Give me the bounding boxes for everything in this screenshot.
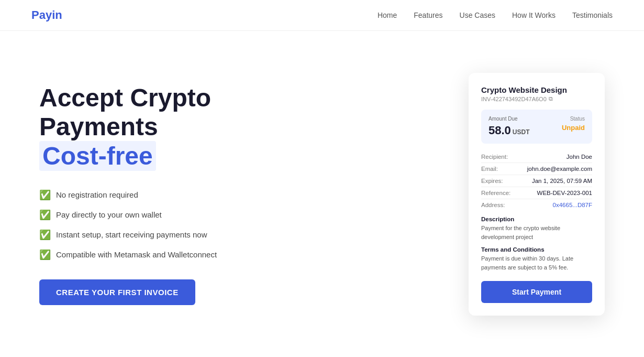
- amount-value: 58.0USDT: [488, 124, 530, 137]
- description-body: Payment for the crypto website developme…: [481, 224, 592, 241]
- heading-line2: Payments: [39, 113, 158, 140]
- hero-heading: Accept Crypto Payments Cost-free: [39, 83, 301, 170]
- amount-label: Amount Due: [488, 116, 530, 122]
- invoice-field-value: john.doe@example.com: [527, 166, 592, 172]
- logo-text-in: in: [52, 8, 62, 21]
- logo-text-pay: Pay: [31, 8, 52, 21]
- invoice-row: Address:0x4665...D87F: [481, 199, 592, 211]
- terms-title: Terms and Conditions: [481, 246, 592, 253]
- terms-section: Terms and Conditions Payment is due with…: [481, 246, 592, 272]
- invoice-field-value: WEB-DEV-2023-001: [537, 190, 592, 196]
- invoice-details: Recipient:John DoeEmail:john.doe@example…: [481, 151, 592, 211]
- feature-text: No registration required: [56, 190, 138, 199]
- amount-left: Amount Due 58.0USDT: [488, 116, 530, 137]
- nav-links: HomeFeaturesUse CasesHow It WorksTestimo…: [377, 11, 613, 19]
- invoice-field-value: Jan 1, 2025, 07:59 AM: [532, 178, 592, 184]
- logo: Payin: [31, 8, 62, 22]
- invoice-id-text: INV-422743492D47A6O0: [481, 96, 547, 102]
- nav-link-home[interactable]: Home: [377, 11, 397, 19]
- nav-link-use-cases[interactable]: Use Cases: [460, 11, 495, 19]
- invoice-field-value[interactable]: 0x4665...D87F: [553, 202, 592, 208]
- create-invoice-button[interactable]: CREATE YOUR FIRST INVOICE: [39, 279, 195, 305]
- invoice-card: Crypto Website Design INV-422743492D47A6…: [469, 73, 605, 316]
- hero-section: Accept Crypto Payments Cost-free ✅No reg…: [8, 31, 636, 347]
- invoice-id: INV-422743492D47A6O0 ⧉: [481, 95, 592, 102]
- hero-right: Crypto Website Design INV-422743492D47A6…: [469, 73, 605, 316]
- invoice-row: Reference:WEB-DEV-2023-001: [481, 187, 592, 199]
- invoice-field-key: Expires:: [481, 178, 503, 184]
- invoice-field-key: Reference:: [481, 190, 510, 196]
- copy-icon[interactable]: ⧉: [549, 95, 553, 102]
- invoice-field-key: Address:: [481, 202, 505, 208]
- amount-unit: USDT: [513, 128, 530, 136]
- check-icon: ✅: [39, 189, 51, 201]
- nav-link-how-it-works[interactable]: How It Works: [512, 11, 556, 19]
- feature-text: Pay directly to your own wallet: [56, 210, 162, 219]
- invoice-field-value: John Doe: [567, 154, 592, 160]
- heading-highlight: Cost-free: [39, 141, 156, 171]
- terms-body: Payment is due within 30 days. Late paym…: [481, 254, 592, 272]
- check-icon: ✅: [39, 249, 51, 261]
- invoice-row: Expires:Jan 1, 2025, 07:59 AM: [481, 175, 592, 187]
- navbar: Payin HomeFeaturesUse CasesHow It WorksT…: [0, 0, 644, 31]
- feature-item: ✅Pay directly to your own wallet: [39, 209, 301, 221]
- feature-text: Instant setup, start receiving payments …: [56, 230, 207, 239]
- description-section: Description Payment for the crypto websi…: [481, 216, 592, 241]
- amount-box: Amount Due 58.0USDT Status Unpaid: [481, 110, 592, 144]
- start-payment-button[interactable]: Start Payment: [481, 281, 592, 303]
- feature-item: ✅No registration required: [39, 189, 301, 201]
- invoice-row: Email:john.doe@example.com: [481, 163, 592, 175]
- feature-item: ✅Compatible with Metamask and Walletconn…: [39, 249, 301, 261]
- status-right: Status Unpaid: [562, 116, 585, 132]
- feature-item: ✅Instant setup, start receiving payments…: [39, 229, 301, 241]
- nav-link-testimonials[interactable]: Testimonials: [572, 11, 613, 19]
- amount-number: 58.0: [488, 124, 511, 137]
- check-icon: ✅: [39, 229, 51, 241]
- nav-link-features[interactable]: Features: [414, 11, 442, 19]
- description-title: Description: [481, 216, 592, 222]
- invoice-row: Recipient:John Doe: [481, 151, 592, 163]
- heading-line1: Accept Crypto: [39, 84, 211, 112]
- invoice-field-key: Email:: [481, 166, 498, 172]
- status-value: Unpaid: [562, 124, 585, 132]
- invoice-title: Crypto Website Design: [481, 85, 592, 94]
- hero-left: Accept Crypto Payments Cost-free ✅No reg…: [39, 83, 301, 305]
- feature-text: Compatible with Metamask and Walletconne…: [56, 250, 217, 259]
- check-icon: ✅: [39, 209, 51, 221]
- status-label: Status: [562, 116, 585, 122]
- invoice-field-key: Recipient:: [481, 154, 508, 160]
- features-list: ✅No registration required✅Pay directly t…: [39, 189, 301, 261]
